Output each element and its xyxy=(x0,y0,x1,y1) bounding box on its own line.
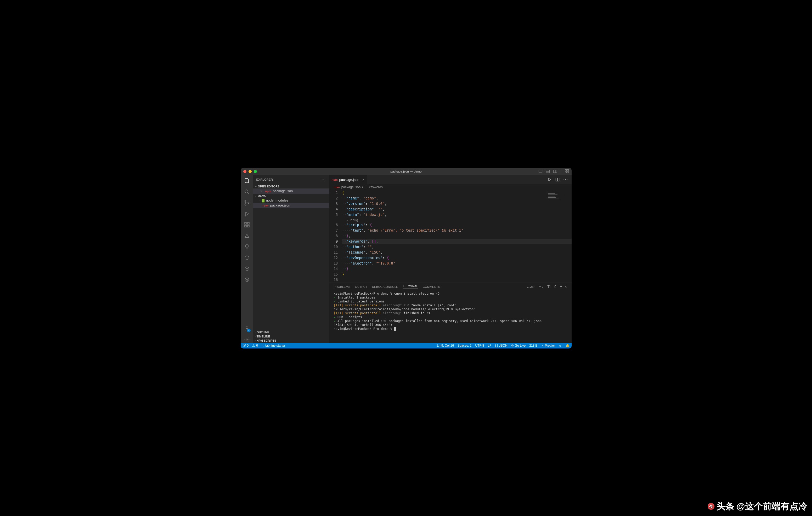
customize-layout-icon[interactable] xyxy=(565,169,569,173)
split-editor-icon[interactable] xyxy=(555,178,559,182)
status-errors[interactable]: ⓧ 0 xyxy=(243,343,249,348)
timeline-section[interactable]: ›TIMELINE xyxy=(253,334,329,338)
activity-lightbulb-icon[interactable] xyxy=(244,244,250,250)
term-line: ✓ Installed 1 packages xyxy=(334,296,567,300)
split-terminal-icon[interactable] xyxy=(547,285,550,289)
activity-search-icon[interactable] xyxy=(244,189,250,195)
svg-point-16 xyxy=(245,215,246,216)
terminal[interactable]: kevin@kevindeMacBook-Pro demo % cnpm ins… xyxy=(329,291,572,343)
svg-rect-2 xyxy=(546,170,550,173)
activity-account-icon[interactable]: 2 xyxy=(244,326,250,332)
status-bar: ⓧ 0 ⚠ 0 ◌ tabnine starter Ln 9, Col 16 S… xyxy=(241,343,572,348)
panel-tab-comments[interactable]: COMMENTS xyxy=(423,285,440,288)
svg-rect-20 xyxy=(248,222,249,224)
status-feedback-icon[interactable]: ☺ xyxy=(558,344,562,347)
activity-extensions-icon[interactable] xyxy=(244,222,250,228)
breadcrumb-file: package.json xyxy=(341,185,361,189)
npm-file-icon: npm xyxy=(332,178,338,181)
project-section[interactable]: ⌄ DEMO xyxy=(253,194,329,198)
panel-tab-terminal[interactable]: TERMINAL xyxy=(403,284,418,289)
status-filesize[interactable]: 218 B xyxy=(529,344,537,347)
status-warnings[interactable]: ⚠ 0 xyxy=(252,344,258,347)
term-line: ✓ All packages installed (91 packages in… xyxy=(334,319,567,327)
editor-area: npm package.json × ··· npm package.json … xyxy=(329,175,572,343)
activity-run-debug-icon[interactable] xyxy=(244,211,250,217)
status-prettier[interactable]: ✓ Prettier xyxy=(541,344,555,347)
activity-settings-icon[interactable] xyxy=(244,336,250,343)
outline-section[interactable]: ›OUTLINE xyxy=(253,330,329,334)
run-icon[interactable] xyxy=(548,178,552,182)
npm-scripts-section[interactable]: ›NPM SCRIPTS xyxy=(253,338,329,343)
outline-label: OUTLINE xyxy=(257,331,269,334)
activity-item-icon[interactable] xyxy=(244,233,250,239)
kill-terminal-icon[interactable] xyxy=(554,285,557,289)
status-cursor-position[interactable]: Ln 9, Col 16 xyxy=(437,344,454,347)
editor-tab[interactable]: npm package.json × xyxy=(329,175,367,184)
tab-close-icon[interactable]: × xyxy=(362,178,365,182)
status-encoding[interactable]: UTF-8 xyxy=(475,344,484,347)
svg-rect-9 xyxy=(567,172,569,173)
titlebar: package.json — demo | xyxy=(241,168,572,175)
watermark-text: @这个前端有点冷 xyxy=(736,500,807,512)
open-editor-item[interactable]: × npm package.json xyxy=(253,188,329,194)
editor-tabs: npm package.json × ··· xyxy=(329,175,572,184)
status-indent[interactable]: Spaces: 2 xyxy=(458,344,471,347)
terminal-shell-label[interactable]: ⎵zsh xyxy=(527,285,535,289)
activity-explorer-icon[interactable] xyxy=(244,178,250,184)
status-tabnine[interactable]: ◌ tabnine starter xyxy=(262,344,285,347)
activity-hexagon-icon[interactable] xyxy=(244,254,250,261)
explorer-title: EXPLORER xyxy=(256,178,273,181)
new-terminal-icon[interactable]: ＋⌄ xyxy=(539,284,544,289)
line-gutter: 12345 678910111213141516 xyxy=(329,190,342,282)
svg-rect-8 xyxy=(565,172,567,173)
term-line: [1/1] scripts.postinstall electron@* fin… xyxy=(334,311,567,315)
status-go-live[interactable]: ⟳ Go Live xyxy=(511,344,526,347)
close-editor-icon[interactable]: × xyxy=(260,189,264,193)
tree-item-node-modules[interactable]: › ▇ node_modules xyxy=(253,198,329,203)
svg-point-10 xyxy=(245,190,248,193)
account-badge: 2 xyxy=(247,329,251,332)
open-editors-section[interactable]: ⌄ OPEN EDITORS xyxy=(253,184,329,188)
tree-label: node_modules xyxy=(266,199,288,202)
svg-line-11 xyxy=(248,193,249,194)
svg-rect-7 xyxy=(567,170,569,171)
svg-rect-19 xyxy=(248,225,249,227)
editor-more-icon[interactable]: ··· xyxy=(563,177,568,182)
activity-bar: 2 xyxy=(241,175,253,343)
activity-cube-icon[interactable] xyxy=(244,266,250,272)
layout-panel-icon[interactable] xyxy=(546,169,550,173)
svg-rect-6 xyxy=(565,170,567,171)
svg-marker-24 xyxy=(549,178,551,181)
watermark-brand: 头条 xyxy=(717,500,734,512)
codelens-debug[interactable]: ▷Debug xyxy=(342,217,572,222)
explorer-more-icon[interactable]: ··· xyxy=(322,178,326,181)
code-content[interactable]: { ··"name": "demo", ··"version": "1.0.0"… xyxy=(342,190,572,282)
panel-tab-output[interactable]: OUTPUT xyxy=(355,285,367,288)
status-eol[interactable]: LF xyxy=(488,344,491,347)
panel-tab-debug[interactable]: DEBUG CONSOLE xyxy=(372,285,398,288)
layout-secondary-sidebar-icon[interactable] xyxy=(553,169,557,173)
status-language[interactable]: { } JSON xyxy=(495,344,507,347)
open-editors-label: OPEN EDITORS xyxy=(258,185,280,188)
open-editor-label: package.json xyxy=(273,189,293,193)
term-line: [1/1] scripts.postinstall electron@* run… xyxy=(334,303,567,311)
panel-tab-problems[interactable]: PROBLEMS xyxy=(334,285,351,288)
panel-tabs: PROBLEMS OUTPUT DEBUG CONSOLE TERMINAL C… xyxy=(329,283,572,291)
code-editor[interactable]: 12345 678910111213141516 { ··"name": "de… xyxy=(329,190,572,282)
breadcrumb[interactable]: npm package.json › [ ] keywords xyxy=(329,184,572,190)
tree-item-package-json[interactable]: npm package.json xyxy=(253,203,329,208)
status-bell-icon[interactable]: 🔔 xyxy=(566,344,570,347)
minimap[interactable] xyxy=(545,190,572,242)
terminal-cursor xyxy=(394,327,396,331)
maximize-panel-icon[interactable]: ^ xyxy=(560,285,562,289)
layout-primary-sidebar-icon[interactable] xyxy=(539,169,543,173)
term-line: kevin@kevindeMacBook-Pro demo % xyxy=(334,327,567,331)
close-panel-icon[interactable]: × xyxy=(565,285,567,289)
folder-icon: ▇ xyxy=(262,199,264,202)
activity-share-icon[interactable] xyxy=(244,277,250,283)
activity-source-control-icon[interactable] xyxy=(244,200,250,206)
editor-tab-label: package.json xyxy=(339,178,359,182)
svg-marker-15 xyxy=(245,212,249,216)
array-icon: [ ] xyxy=(365,185,367,189)
svg-point-12 xyxy=(244,200,246,202)
